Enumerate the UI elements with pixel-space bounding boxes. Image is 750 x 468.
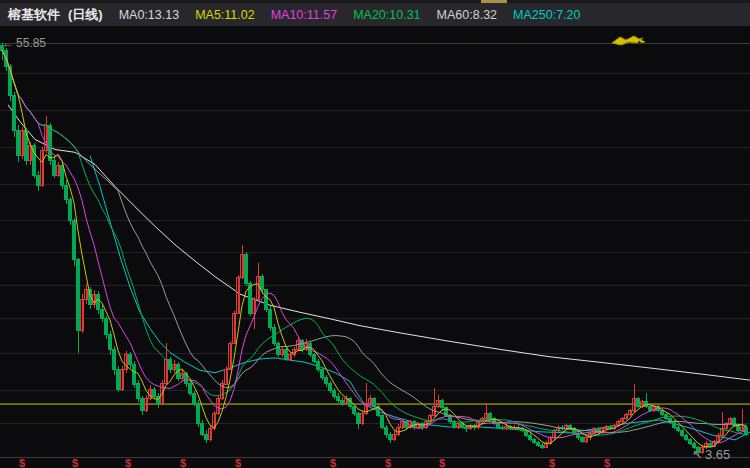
candle-body [353, 406, 356, 414]
candle-body [137, 384, 140, 399]
candle-body [465, 427, 468, 429]
candle-body [529, 435, 532, 439]
candle-body [637, 399, 640, 406]
candle-body [245, 254, 248, 283]
candle-body [381, 415, 384, 427]
candle-body [737, 425, 740, 430]
candle-body [385, 427, 388, 434]
dividend-marker: $ [235, 457, 241, 468]
candle-body [285, 349, 288, 359]
pencil-annotation[interactable] [608, 33, 650, 48]
candle-body [205, 434, 208, 440]
indicator-title-bar: 榕基软件 (日线) MA0:13.13 MA5:11.02 MA10:11.57… [0, 0, 750, 26]
candle-body [77, 260, 80, 330]
dividend-marker: $ [180, 457, 186, 468]
dividend-marker: $ [385, 457, 391, 468]
candle-body [49, 125, 52, 160]
candle-body [141, 399, 144, 411]
ma60-value: MA60:8.32 [437, 8, 497, 22]
dividend-marker: $ [125, 457, 131, 468]
candlestick-chart[interactable]: $$$$$$$$$$ [0, 0, 750, 468]
stock-name: 榕基软件 [8, 6, 60, 24]
candle-body [97, 294, 100, 309]
candle-body [453, 422, 456, 427]
candle-body [501, 427, 504, 429]
candle-body [133, 365, 136, 384]
candle-body [689, 440, 692, 444]
candle-body [193, 393, 196, 403]
dividend-marker: $ [330, 457, 336, 468]
candle-body [113, 349, 116, 369]
candle-body [53, 160, 56, 175]
candle-body [497, 424, 500, 427]
stock-chart-window: $$$$$$$$$$ 榕基软件 (日线) MA0:13.13 MA5:11.02… [0, 0, 750, 468]
candle-body [677, 427, 680, 431]
candle-body [313, 355, 316, 362]
candle-body [337, 396, 340, 400]
top-scroll-indicator[interactable] [481, 0, 507, 3]
dividend-marker: $ [72, 457, 78, 468]
candle-body [265, 290, 268, 309]
candle-body [17, 131, 20, 156]
candle-body [201, 424, 204, 434]
candle-body [329, 384, 332, 391]
candle-body [489, 414, 492, 419]
candle-body [261, 277, 264, 290]
candle-body [649, 406, 652, 411]
dividend-marker: $ [19, 457, 25, 468]
left-arrow-icon: ← [2, 36, 14, 50]
ma250-value: MA250:7.20 [513, 8, 580, 22]
candle-body [129, 355, 132, 365]
dividend-marker: $ [439, 457, 445, 468]
ma10-value: MA10:11.57 [271, 8, 337, 22]
candle-body [541, 445, 544, 447]
candle-body [197, 403, 200, 423]
dividend-marker: $ [604, 457, 610, 468]
candle-body [61, 165, 64, 185]
candle-body [441, 400, 444, 407]
ma5-value: MA5:11.02 [195, 8, 255, 22]
candle-body [373, 399, 376, 406]
candle-body [341, 400, 344, 403]
up-left-arrow-icon: ↖ [692, 447, 703, 462]
candle-body [109, 335, 112, 350]
candle-body [317, 361, 320, 369]
candle-body [525, 430, 528, 435]
low-price-label: ↖3.65 [692, 449, 730, 461]
period-label: (日线) [68, 6, 103, 24]
candle-body [65, 185, 68, 200]
candle-body [13, 95, 16, 130]
candle-body [189, 384, 192, 393]
ma0-value: MA0:13.13 [119, 8, 179, 22]
candle-body [661, 411, 664, 415]
candle-body [321, 369, 324, 377]
candle-body [533, 440, 536, 443]
candle-body [389, 434, 392, 440]
candle-body [581, 438, 584, 442]
dividend-marker: $ [549, 457, 555, 468]
candle-body [269, 309, 272, 327]
candle-body [333, 391, 336, 397]
candle-body [69, 200, 72, 220]
candle-body [325, 378, 328, 384]
candle-body [745, 427, 748, 434]
candle-body [709, 443, 712, 446]
candle-body [673, 422, 676, 427]
candle-body [277, 343, 280, 354]
candle-body [73, 220, 76, 260]
candle-body [37, 175, 40, 185]
candle-body [105, 319, 108, 335]
candle-body [537, 443, 540, 446]
candle-body [357, 414, 360, 424]
high-price-label: ←55.85 [2, 37, 46, 49]
candle-body [117, 369, 120, 389]
candle-body [153, 389, 156, 396]
ma20-value: MA20:10.31 [353, 8, 420, 22]
candle-body [685, 435, 688, 439]
candle-body [681, 430, 684, 435]
candle-body [101, 309, 104, 319]
